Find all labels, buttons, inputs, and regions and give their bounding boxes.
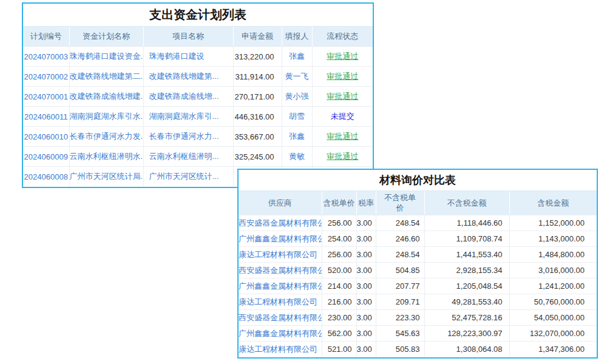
plan-no-link[interactable]: 2024060008: [23, 167, 69, 187]
reporter-cell: 黄小强: [282, 87, 312, 107]
reporter-cell: 张鑫: [282, 47, 312, 67]
project-name-link[interactable]: 广州市天河区统计...: [143, 167, 233, 187]
project-name-link[interactable]: 改建铁路线增建第...: [143, 67, 233, 87]
amount-cell: 270,171.00: [233, 87, 282, 107]
plan-table-title: 支出资金计划列表: [23, 4, 373, 27]
fund-plan-name-link[interactable]: 云南水利枢纽潜明水...: [69, 147, 143, 167]
project-name-link[interactable]: 湖南洞庭湖水库引...: [143, 107, 233, 127]
supplier-link[interactable]: 西安盛器金属材料有限公司: [239, 263, 322, 278]
project-name-link[interactable]: 珠海鹤港口建设: [143, 47, 233, 67]
column-header-fund-plan-name: 资金计划名称: [69, 27, 143, 47]
plan-no-link[interactable]: 2024060010: [23, 127, 69, 147]
status-link[interactable]: 审批通过: [312, 127, 373, 147]
reporter-cell: 胡雪: [282, 107, 312, 127]
net-amount-cell: 1,109,708.74: [424, 231, 509, 247]
plan-no-link[interactable]: 2024070002: [23, 67, 69, 87]
fund-plan-name-link[interactable]: 改建铁路线增建第二...: [69, 67, 143, 87]
tax-rate-cell: 3.00: [356, 215, 376, 231]
table-row: 西安盛器金属材料有限公司 230.00 3.00 223.30 52,475,7…: [239, 310, 597, 326]
reporter-cell: 张鑫: [282, 127, 312, 147]
tax-amount-cell: 1,152,000.00: [509, 215, 597, 231]
net-amount-cell: 1,308,064.08: [424, 342, 509, 357]
net-unit-price-cell: 246.60: [376, 231, 424, 247]
tax-rate-cell: 3.00: [356, 278, 376, 294]
net-unit-price-cell: 207.77: [376, 278, 424, 294]
table-row: 西安盛器金属材料有限公司 256.00 3.00 248.54 1,118,44…: [239, 215, 597, 231]
plan-no-link[interactable]: 2024070003: [23, 47, 69, 67]
table-row: 广州鑫鑫金属材料有限公司 254.00 3.00 246.60 1,109,70…: [239, 231, 597, 247]
amount-cell: 313,220.00: [233, 47, 282, 67]
net-amount-cell: 1,118,446.60: [424, 215, 509, 231]
tax-amount-cell: 1,143,000.00: [509, 231, 597, 247]
tax-rate-cell: 3.00: [356, 247, 376, 263]
tax-rate-cell: 3.00: [356, 342, 376, 357]
table-row: 2024060011 湖南洞庭湖水库引水... 湖南洞庭湖水库引... 446,…: [23, 107, 373, 127]
net-unit-price-cell: 505.83: [376, 342, 424, 357]
table-row: 康达工程材料有限公司 521.00 3.00 505.83 1,308,064.…: [239, 342, 597, 357]
table-row: 广州鑫鑫金属材料有限公司 214.00 3.00 207.77 1,205,04…: [239, 278, 597, 294]
net-unit-price-cell: 545.63: [376, 326, 424, 342]
tax-unit-price-cell: 520.00: [322, 263, 356, 278]
fund-plan-name-link[interactable]: 广州市天河区统计局...: [69, 167, 143, 187]
status-link[interactable]: 未提交: [312, 107, 373, 127]
net-amount-cell: 128,223,300.97: [424, 326, 509, 342]
tax-unit-price-cell: 254.00: [322, 231, 356, 247]
tax-unit-price-cell: 562.00: [322, 326, 356, 342]
supplier-link[interactable]: 西安盛器金属材料有限公司: [239, 310, 322, 326]
tax-rate-cell: 3.00: [356, 310, 376, 326]
plan-no-link[interactable]: 2024060011: [23, 107, 69, 127]
tax-unit-price-cell: 216.00: [322, 294, 356, 310]
net-unit-price-cell: 248.54: [376, 215, 424, 231]
column-header-amount: 申请金额: [233, 27, 282, 47]
project-name-link[interactable]: 改建铁路成渝线增...: [143, 87, 233, 107]
reporter-cell: 黄一飞: [282, 67, 312, 87]
tax-unit-price-cell: 214.00: [322, 278, 356, 294]
status-link[interactable]: 审批通过: [312, 87, 373, 107]
tax-amount-cell: 1,484,800.00: [509, 247, 597, 263]
column-header-net-amount: 不含税金额: [424, 191, 509, 215]
supplier-link[interactable]: 广州鑫鑫金属材料有限公司: [239, 231, 322, 247]
supplier-link[interactable]: 康达工程材料有限公司: [239, 294, 322, 310]
tax-rate-cell: 3.00: [356, 294, 376, 310]
table-row: 2024060010 长春市伊通河水力发... 长春市伊通河水力... 353,…: [23, 127, 373, 147]
quote-table-header-row: 供应商 含税单价 税率 不含税单价 不含税金额 含税金额: [239, 191, 597, 215]
supplier-link[interactable]: 广州鑫鑫金属材料有限公司: [239, 326, 322, 342]
status-link[interactable]: 审批通过: [312, 47, 373, 67]
table-row: 2024060009 云南水利枢纽潜明水... 云南水利枢纽潜明... 325,…: [23, 147, 373, 167]
column-header-net-unit-price: 不含税单价: [376, 191, 424, 215]
table-row: 康达工程材料有限公司 256.00 3.00 248.54 1,441,553.…: [239, 247, 597, 263]
supplier-link[interactable]: 广州鑫鑫金属材料有限公司: [239, 278, 322, 294]
table-row: 2024070002 改建铁路线增建第二... 改建铁路线增建第... 311,…: [23, 67, 373, 87]
plan-no-link[interactable]: 2024060009: [23, 147, 69, 167]
fund-plan-name-link[interactable]: 珠海鹤港口建设资金...: [69, 47, 143, 67]
column-header-tax-unit-price: 含税单价: [322, 191, 356, 215]
table-row: 康达工程材料有限公司 216.00 3.00 209.71 49,281,553…: [239, 294, 597, 310]
table-row: 2024070001 改建铁路成渝线增建... 改建铁路成渝线增... 270,…: [23, 87, 373, 107]
amount-cell: 325,245.00: [233, 147, 282, 167]
tax-rate-cell: 3.00: [356, 326, 376, 342]
project-name-link[interactable]: 云南水利枢纽潜明...: [143, 147, 233, 167]
tax-amount-cell: 3,016,000.00: [509, 263, 597, 278]
column-header-supplier: 供应商: [239, 191, 322, 215]
net-unit-price-cell: 504.85: [376, 263, 424, 278]
supplier-link[interactable]: 康达工程材料有限公司: [239, 342, 322, 357]
fund-plan-name-link[interactable]: 长春市伊通河水力发...: [69, 127, 143, 147]
plan-table-card: 支出资金计划列表 计划编号 资金计划名称 项目名称 申请金额 填报人 流程状态 …: [22, 2, 374, 188]
status-link[interactable]: 审批通过: [312, 67, 373, 87]
amount-cell: 446,316.00: [233, 107, 282, 127]
tax-amount-cell: 1,241,200.00: [509, 278, 597, 294]
tax-unit-price-cell: 256.00: [322, 247, 356, 263]
net-amount-cell: 52,475,728.16: [424, 310, 509, 326]
fund-plan-name-link[interactable]: 湖南洞庭湖水库引水...: [69, 107, 143, 127]
quote-table-title: 材料询价对比表: [239, 170, 597, 191]
supplier-link[interactable]: 西安盛器金属材料有限公司: [239, 215, 322, 231]
status-link[interactable]: 审批通过: [312, 147, 373, 167]
plan-table-header-row: 计划编号 资金计划名称 项目名称 申请金额 填报人 流程状态: [23, 27, 373, 47]
plan-no-link[interactable]: 2024070001: [23, 87, 69, 107]
project-name-link[interactable]: 长春市伊通河水力...: [143, 127, 233, 147]
supplier-link[interactable]: 康达工程材料有限公司: [239, 247, 322, 263]
tax-unit-price-cell: 521.00: [322, 342, 356, 357]
net-unit-price-cell: 248.54: [376, 247, 424, 263]
fund-plan-name-link[interactable]: 改建铁路成渝线增建...: [69, 87, 143, 107]
table-row: 2024070003 珠海鹤港口建设资金... 珠海鹤港口建设 313,220.…: [23, 47, 373, 67]
